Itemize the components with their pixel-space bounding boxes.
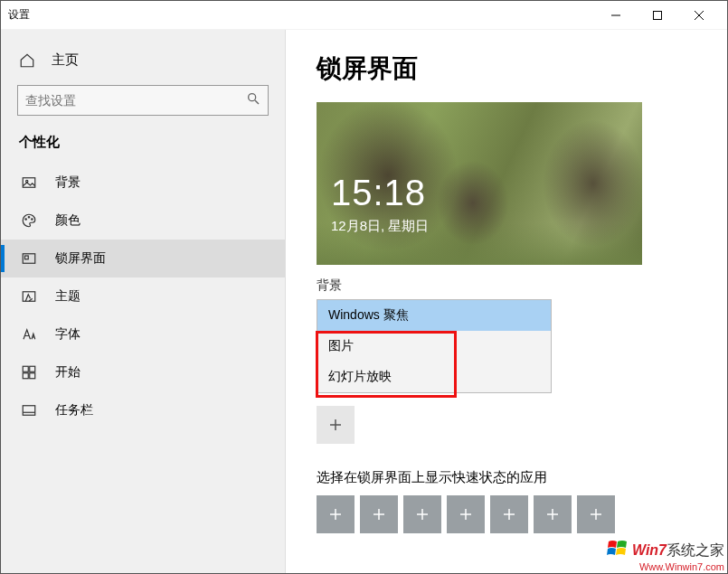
- search-icon: [246, 91, 260, 109]
- plus-icon: [458, 506, 474, 522]
- plus-icon: [327, 506, 344, 522]
- lockscreen-icon: [21, 250, 37, 267]
- svg-line-5: [255, 100, 259, 104]
- svg-rect-6: [23, 178, 35, 188]
- home-label: 主页: [52, 52, 79, 69]
- preview-date: 12月8日, 星期日: [331, 218, 429, 235]
- quick-status-row: [317, 495, 696, 533]
- plus-icon: [588, 506, 604, 522]
- dropdown-option-spotlight[interactable]: Windows 聚焦: [317, 300, 551, 331]
- theme-icon: [21, 288, 37, 305]
- search-input[interactable]: [25, 93, 246, 108]
- home-icon: [19, 52, 35, 69]
- plus-icon: [501, 506, 517, 522]
- start-icon: [21, 364, 37, 381]
- nav-label: 字体: [55, 326, 80, 343]
- svg-point-8: [25, 219, 27, 221]
- quick-status-slot[interactable]: [403, 495, 441, 533]
- quick-status-label: 选择在锁屏界面上显示快速状态的应用: [317, 469, 696, 486]
- maximize-icon: [653, 11, 662, 20]
- svg-rect-12: [25, 256, 29, 259]
- background-dropdown[interactable]: Windows 聚焦 图片 幻灯片放映: [317, 299, 552, 393]
- quick-status-slot[interactable]: [360, 495, 398, 533]
- nav-item-lockscreen[interactable]: 锁屏界面: [1, 240, 285, 278]
- page-title: 锁屏界面: [317, 52, 696, 86]
- font-icon: [21, 326, 37, 343]
- dropdown-option-slideshow[interactable]: 幻灯片放映: [317, 362, 551, 392]
- nav-label: 主题: [55, 288, 80, 305]
- sidebar-section-title: 个性化: [1, 134, 285, 164]
- plus-icon: [414, 506, 430, 522]
- settings-window: 设置 主页: [0, 0, 728, 574]
- nav-label: 背景: [55, 174, 80, 191]
- svg-rect-15: [30, 366, 35, 372]
- quick-status-slot[interactable]: [534, 495, 572, 533]
- nav-label: 任务栏: [55, 402, 93, 419]
- palette-icon: [21, 212, 37, 229]
- nav-item-themes[interactable]: 主题: [1, 278, 285, 315]
- preview-time: 15:18: [331, 173, 426, 213]
- search-container: [17, 85, 269, 116]
- quick-status-slot[interactable]: [577, 495, 615, 533]
- plus-icon: [371, 506, 387, 522]
- svg-rect-14: [23, 366, 28, 372]
- minimize-button[interactable]: [595, 1, 637, 30]
- nav-item-start[interactable]: 开始: [1, 353, 285, 391]
- search-box[interactable]: [17, 85, 269, 116]
- svg-point-10: [32, 219, 33, 221]
- quick-status-slot[interactable]: [447, 495, 485, 533]
- plus-icon: [327, 417, 344, 433]
- add-detailed-status-app[interactable]: [317, 406, 355, 444]
- svg-point-4: [249, 94, 256, 101]
- close-icon: [695, 11, 704, 20]
- home-button[interactable]: 主页: [1, 44, 285, 76]
- svg-rect-18: [23, 406, 35, 416]
- window-body: 主页 个性化 背景: [1, 30, 727, 573]
- dropdown-option-picture[interactable]: 图片: [317, 331, 551, 362]
- nav-label: 锁屏界面: [55, 250, 106, 267]
- nav-label: 开始: [55, 364, 80, 381]
- svg-point-9: [28, 217, 30, 219]
- background-label: 背景: [317, 278, 696, 294]
- plus-icon: [544, 506, 561, 522]
- nav-item-colors[interactable]: 颜色: [1, 202, 285, 240]
- quick-status-slot[interactable]: [317, 495, 355, 533]
- lockscreen-preview: 15:18 12月8日, 星期日: [317, 102, 642, 265]
- nav-list: 背景 颜色 锁屏界面: [1, 164, 285, 429]
- close-button[interactable]: [678, 1, 720, 30]
- maximize-button[interactable]: [637, 1, 678, 30]
- nav-item-taskbar[interactable]: 任务栏: [1, 391, 285, 429]
- picture-icon: [21, 174, 37, 191]
- svg-rect-1: [654, 11, 662, 19]
- svg-rect-17: [30, 373, 35, 379]
- nav-item-background[interactable]: 背景: [1, 164, 285, 202]
- nav-label: 颜色: [55, 212, 80, 229]
- svg-rect-16: [23, 373, 28, 379]
- sidebar: 主页 个性化 背景: [1, 30, 286, 573]
- content-area: 锁屏界面 15:18 12月8日, 星期日 背景 Windows 聚焦 图片 幻…: [286, 30, 727, 573]
- window-title: 设置: [8, 7, 30, 23]
- minimize-icon: [611, 11, 620, 20]
- taskbar-icon: [21, 402, 37, 419]
- nav-item-fonts[interactable]: 字体: [1, 315, 285, 353]
- quick-status-slot[interactable]: [490, 495, 528, 533]
- titlebar: 设置: [1, 1, 727, 30]
